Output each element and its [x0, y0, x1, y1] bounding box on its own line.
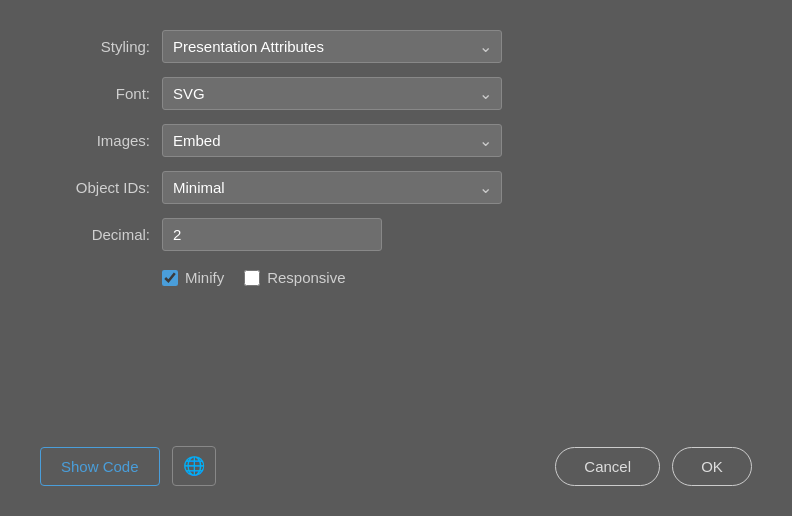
checkbox-row: Minify Responsive [162, 269, 752, 286]
minify-checkbox[interactable] [162, 270, 178, 286]
minify-checkbox-item[interactable]: Minify [162, 269, 224, 286]
ok-button[interactable]: OK [672, 447, 752, 486]
decimal-row: Decimal: [40, 218, 752, 251]
decimal-label: Decimal: [40, 226, 150, 243]
images-row: Images: Embed Link Preserve [40, 124, 752, 157]
objectids-label: Object IDs: [40, 179, 150, 196]
responsive-label: Responsive [267, 269, 345, 286]
globe-icon: 🌐 [183, 455, 205, 477]
images-label: Images: [40, 132, 150, 149]
objectids-row: Object IDs: Minimal Unique None [40, 171, 752, 204]
styling-row: Styling: Presentation Attributes Interna… [40, 30, 752, 63]
font-select-wrapper: SVG Convert to Outline [162, 77, 502, 110]
font-label: Font: [40, 85, 150, 102]
cancel-button[interactable]: Cancel [555, 447, 660, 486]
svg-options-dialog: Styling: Presentation Attributes Interna… [0, 0, 792, 516]
minify-label: Minify [185, 269, 224, 286]
images-select[interactable]: Embed Link Preserve [162, 124, 502, 157]
styling-select[interactable]: Presentation Attributes Internal CSS Inl… [162, 30, 502, 63]
form-area: Styling: Presentation Attributes Interna… [40, 30, 752, 422]
font-row: Font: SVG Convert to Outline [40, 77, 752, 110]
responsive-checkbox[interactable] [244, 270, 260, 286]
button-row: Show Code 🌐 Cancel OK [40, 446, 752, 486]
font-select[interactable]: SVG Convert to Outline [162, 77, 502, 110]
styling-select-wrapper: Presentation Attributes Internal CSS Inl… [162, 30, 502, 63]
objectids-select-wrapper: Minimal Unique None [162, 171, 502, 204]
globe-button[interactable]: 🌐 [172, 446, 216, 486]
objectids-select[interactable]: Minimal Unique None [162, 171, 502, 204]
show-code-button[interactable]: Show Code [40, 447, 160, 486]
responsive-checkbox-item[interactable]: Responsive [244, 269, 345, 286]
images-select-wrapper: Embed Link Preserve [162, 124, 502, 157]
styling-label: Styling: [40, 38, 150, 55]
decimal-input[interactable] [162, 218, 382, 251]
